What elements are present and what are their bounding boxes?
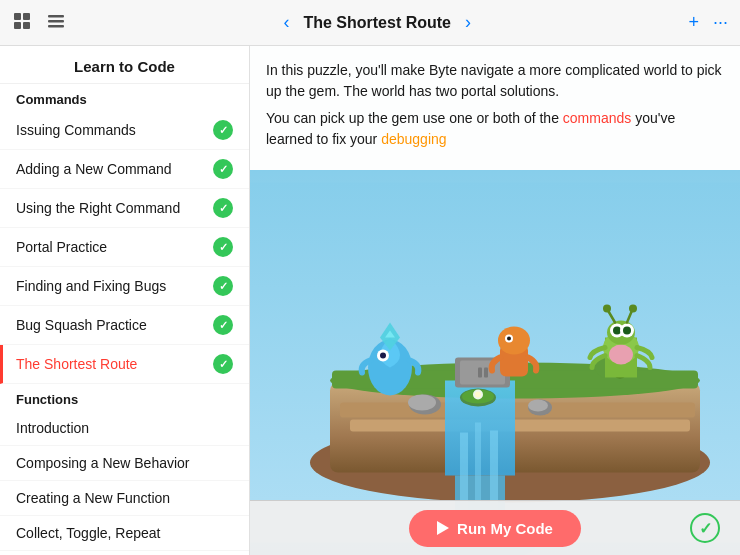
svg-rect-1 [23,13,30,20]
svg-point-36 [498,327,530,355]
more-button[interactable]: ··· [713,12,728,33]
item-label: Finding and Fixing Bugs [16,278,166,294]
svg-rect-3 [23,22,30,29]
run-my-code-button[interactable]: Run My Code [409,510,581,547]
svg-rect-10 [340,403,695,418]
item-label: Adding a New Command [16,161,172,177]
svg-rect-0 [14,13,21,20]
svg-point-38 [507,337,511,341]
success-checkmark: ✓ [690,513,720,543]
svg-rect-11 [350,420,690,432]
bottom-bar: Run My Code ✓ [250,500,740,555]
sidebar-item-using-right-command[interactable]: Using the Right Command [0,189,249,228]
svg-point-46 [623,327,631,335]
item-label: Collect, Toggle, Repeat [16,525,161,541]
svg-rect-4 [48,15,64,18]
right-content: In this puzzle, you'll make Byte navigat… [250,46,740,555]
run-button-label: Run My Code [457,520,553,537]
svg-rect-5 [48,20,64,23]
svg-rect-2 [14,22,21,29]
item-label: Bug Squash Practice [16,317,147,333]
svg-rect-23 [484,368,488,378]
debugging-link[interactable]: debugging [381,131,446,147]
sidebar-item-across-the-board[interactable]: Across the Board [0,551,249,555]
play-icon [437,521,449,535]
sidebar-item-adding-new-command[interactable]: Adding a New Command [0,150,249,189]
item-label: Issuing Commands [16,122,136,138]
completed-icon [213,198,233,218]
sidebar-item-portal-practice[interactable]: Portal Practice [0,228,249,267]
svg-point-44 [613,327,621,335]
grid-view-icon[interactable] [12,11,32,35]
svg-point-31 [475,392,481,398]
sidebar-item-bug-squash-practice[interactable]: Bug Squash Practice [0,306,249,345]
completed-icon [213,237,233,257]
item-label: Portal Practice [16,239,107,255]
list-view-icon[interactable] [46,11,66,35]
text-panel: In this puzzle, you'll make Byte navigat… [250,46,740,170]
svg-point-48 [603,305,611,313]
add-button[interactable]: + [688,12,699,33]
sidebar-item-composing-new-behavior[interactable]: Composing a New Behavior [0,446,249,481]
sidebar-item-collect-toggle-repeat[interactable]: Collect, Toggle, Repeat [0,516,249,551]
completed-icon [213,276,233,296]
completed-icon [213,315,233,335]
item-label: The Shortest Route [16,356,137,372]
sidebar-header: Learn to Code [0,46,249,84]
item-label: Composing a New Behavior [16,455,190,471]
svg-point-50 [629,305,637,313]
scene-area: Run My Code ✓ [250,170,740,555]
view-toggle-group [12,11,66,35]
svg-rect-21 [460,361,505,385]
completed-icon [213,159,233,179]
content-text-2: You can pick up the gem use one or both … [266,108,724,150]
scene-illustration [250,170,740,555]
sidebar: Learn to Code Commands Issuing Commands … [0,46,250,555]
item-label: Introduction [16,420,89,436]
sidebar-item-creating-new-function[interactable]: Creating a New Function [0,481,249,516]
nav-prev-button[interactable]: ‹ [277,10,295,35]
commands-link[interactable]: commands [563,110,631,126]
content-text-1: In this puzzle, you'll make Byte navigat… [266,60,724,102]
nav-group: ‹ The Shortest Route › [277,10,477,35]
sidebar-item-issuing-commands[interactable]: Issuing Commands [0,111,249,150]
svg-point-54 [528,400,548,412]
sidebar-item-introduction[interactable]: Introduction [0,411,249,446]
item-label: Creating a New Function [16,490,170,506]
top-bar: ‹ The Shortest Route › + ··· [0,0,740,46]
section-functions: Functions [0,384,249,411]
nav-next-button[interactable]: › [459,10,477,35]
svg-point-52 [408,395,436,411]
svg-rect-22 [478,368,482,378]
completed-icon [213,120,233,140]
page-title: The Shortest Route [303,14,451,32]
svg-point-41 [609,345,633,365]
sidebar-item-finding-fixing-bugs[interactable]: Finding and Fixing Bugs [0,267,249,306]
svg-point-34 [380,353,386,359]
sidebar-item-shortest-route[interactable]: The Shortest Route [0,345,249,384]
section-commands: Commands [0,84,249,111]
top-right-actions: + ··· [688,12,728,33]
item-label: Using the Right Command [16,200,180,216]
svg-rect-6 [48,25,64,28]
completed-icon [213,354,233,374]
main-layout: Learn to Code Commands Issuing Commands … [0,46,740,555]
